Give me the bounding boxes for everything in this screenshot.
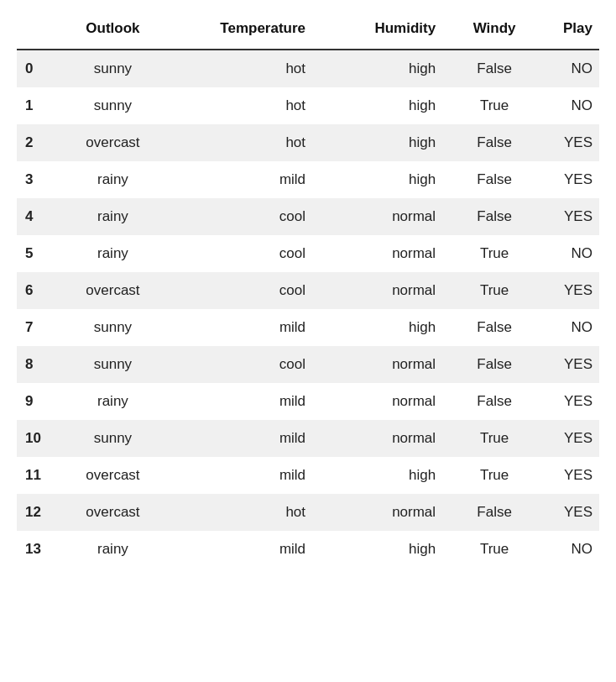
cell-windy: False [452,309,536,346]
table-row: 13rainymildhighTrueNO [17,531,599,568]
cell-temperature: cool [163,198,331,235]
cell-humidity: normal [331,346,452,383]
cell-humidity: high [331,124,452,161]
cell-temperature: cool [163,346,331,383]
cell-play: YES [536,198,599,235]
cell-windy: True [452,457,536,494]
col-header-play: Play [536,8,599,50]
cell-humidity: normal [331,420,452,457]
cell-outlook: overcast [63,272,163,309]
cell-humidity: normal [331,272,452,309]
cell-index: 9 [17,383,63,420]
cell-windy: False [452,383,536,420]
table-row: 0sunnyhothighFalseNO [17,50,599,87]
table-row: 5rainycoolnormalTrueNO [17,235,599,272]
table-row: 9rainymildnormalFalseYES [17,383,599,420]
cell-temperature: mild [163,457,331,494]
cell-play: YES [536,346,599,383]
cell-outlook: rainy [63,161,163,198]
cell-humidity: normal [331,235,452,272]
table-row: 12overcasthotnormalFalseYES [17,494,599,531]
cell-temperature: hot [163,494,331,531]
cell-humidity: high [331,531,452,568]
table-row: 4rainycoolnormalFalseYES [17,198,599,235]
cell-play: YES [536,383,599,420]
cell-temperature: hot [163,124,331,161]
cell-outlook: rainy [63,531,163,568]
cell-windy: False [452,161,536,198]
col-header-index [17,8,63,50]
cell-windy: False [452,50,536,87]
cell-index: 6 [17,272,63,309]
cell-outlook: overcast [63,494,163,531]
cell-outlook: sunny [63,309,163,346]
cell-windy: False [452,198,536,235]
col-header-humidity: Humidity [331,8,452,50]
col-header-outlook: Outlook [63,8,163,50]
cell-play: YES [536,420,599,457]
cell-outlook: overcast [63,124,163,161]
cell-play: NO [536,87,599,124]
cell-index: 1 [17,87,63,124]
cell-temperature: mild [163,420,331,457]
cell-windy: False [452,494,536,531]
cell-windy: True [452,272,536,309]
cell-outlook: sunny [63,420,163,457]
cell-temperature: mild [163,309,331,346]
cell-index: 3 [17,161,63,198]
cell-play: NO [536,50,599,87]
cell-outlook: sunny [63,50,163,87]
cell-play: NO [536,235,599,272]
cell-index: 7 [17,309,63,346]
table-row: 2overcasthothighFalseYES [17,124,599,161]
cell-temperature: hot [163,50,331,87]
cell-windy: False [452,346,536,383]
cell-play: YES [536,494,599,531]
cell-humidity: normal [331,198,452,235]
cell-play: YES [536,124,599,161]
cell-index: 5 [17,235,63,272]
cell-temperature: mild [163,531,331,568]
cell-outlook: rainy [63,383,163,420]
cell-index: 11 [17,457,63,494]
cell-windy: False [452,124,536,161]
cell-humidity: high [331,309,452,346]
cell-outlook: rainy [63,235,163,272]
cell-temperature: cool [163,235,331,272]
cell-outlook: sunny [63,87,163,124]
cell-windy: True [452,235,536,272]
table-row: 11overcastmildhighTrueYES [17,457,599,494]
table-row: 6overcastcoolnormalTrueYES [17,272,599,309]
cell-humidity: high [331,457,452,494]
cell-index: 0 [17,50,63,87]
cell-play: YES [536,272,599,309]
cell-index: 10 [17,420,63,457]
cell-play: NO [536,531,599,568]
cell-windy: True [452,420,536,457]
cell-humidity: high [331,87,452,124]
table-row: 1sunnyhothighTrueNO [17,87,599,124]
cell-humidity: high [331,50,452,87]
col-header-windy: Windy [452,8,536,50]
cell-windy: True [452,531,536,568]
table-row: 10sunnymildnormalTrueYES [17,420,599,457]
weather-table: Outlook Temperature Humidity Windy Play … [17,8,599,568]
cell-outlook: sunny [63,346,163,383]
cell-outlook: rainy [63,198,163,235]
cell-humidity: normal [331,383,452,420]
cell-index: 4 [17,198,63,235]
table-header-row: Outlook Temperature Humidity Windy Play [17,8,599,50]
cell-humidity: normal [331,494,452,531]
cell-temperature: mild [163,383,331,420]
cell-index: 12 [17,494,63,531]
cell-temperature: cool [163,272,331,309]
table-row: 3rainymildhighFalseYES [17,161,599,198]
cell-windy: True [452,87,536,124]
cell-play: YES [536,457,599,494]
cell-humidity: high [331,161,452,198]
cell-index: 2 [17,124,63,161]
cell-play: NO [536,309,599,346]
cell-temperature: mild [163,161,331,198]
cell-index: 8 [17,346,63,383]
cell-temperature: hot [163,87,331,124]
